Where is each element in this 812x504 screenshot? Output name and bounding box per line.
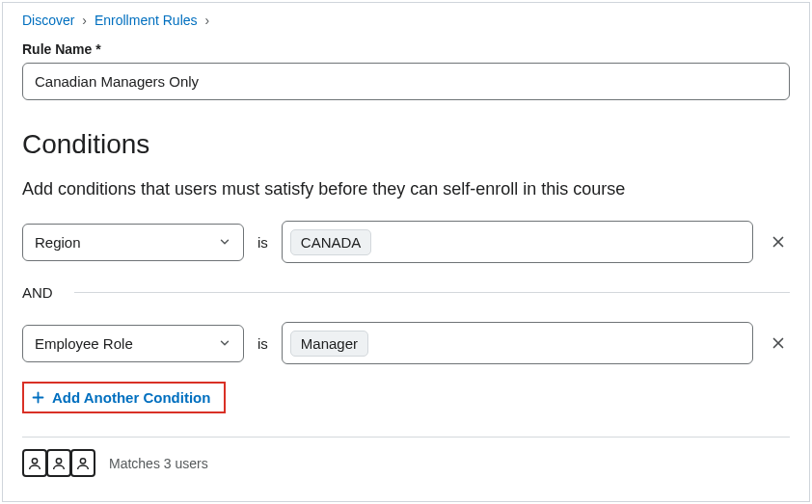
chevron-right-icon: › — [82, 13, 87, 28]
condition-row: Region is CANADA — [22, 221, 790, 263]
user-avatar-icon — [70, 449, 95, 477]
condition-attribute-value: Region — [35, 234, 81, 251]
user-avatar-icon — [22, 449, 47, 477]
matches-text: Matches 3 users — [109, 456, 208, 471]
condition-attribute-value: Employee Role — [35, 335, 133, 352]
user-avatar-cluster — [22, 449, 95, 477]
breadcrumb: Discover › Enrollment Rules › — [22, 13, 790, 28]
and-separator: AND — [22, 284, 790, 301]
rule-name-label: Rule Name * — [22, 41, 790, 57]
and-label: AND — [22, 284, 53, 301]
conditions-help-text: Add conditions that users must satisfy b… — [22, 179, 790, 199]
add-condition-label: Add Another Condition — [52, 389, 210, 406]
condition-row: Employee Role is Manager — [22, 322, 790, 364]
add-another-condition-button[interactable]: Add Another Condition — [30, 389, 210, 406]
remove-condition-button[interactable] — [767, 334, 790, 352]
svg-point-8 — [80, 458, 85, 463]
condition-value-chip[interactable]: Manager — [290, 331, 368, 357]
is-label: is — [257, 335, 268, 352]
breadcrumb-discover[interactable]: Discover — [22, 13, 74, 28]
condition-value-input[interactable]: Manager — [282, 322, 753, 364]
condition-attribute-select[interactable]: Region — [22, 224, 244, 261]
rule-name-input[interactable] — [22, 63, 790, 100]
condition-value-input[interactable]: CANADA — [282, 221, 753, 263]
chevron-down-icon — [218, 336, 231, 350]
divider-line — [74, 292, 790, 293]
condition-attribute-select[interactable]: Employee Role — [22, 325, 244, 362]
user-avatar-icon — [46, 449, 71, 477]
condition-value-chip[interactable]: CANADA — [290, 229, 372, 255]
chevron-right-icon: › — [204, 13, 209, 28]
svg-point-6 — [32, 458, 37, 463]
conditions-heading: Conditions — [22, 129, 790, 160]
svg-point-7 — [56, 458, 61, 463]
matches-row: Matches 3 users — [22, 449, 790, 477]
add-condition-highlight: Add Another Condition — [22, 382, 226, 413]
is-label: is — [257, 234, 268, 251]
chevron-down-icon — [218, 235, 231, 249]
remove-condition-button[interactable] — [767, 233, 790, 251]
divider-line — [22, 437, 790, 438]
breadcrumb-enrollment-rules[interactable]: Enrollment Rules — [95, 13, 198, 28]
